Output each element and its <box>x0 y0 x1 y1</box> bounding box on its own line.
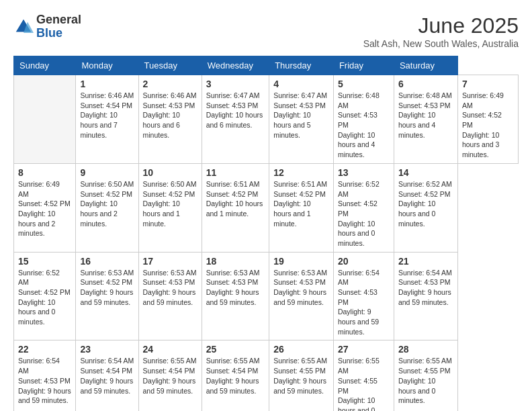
calendar-cell: 11Sunrise: 6:51 AMSunset: 4:52 PMDayligh… <box>202 163 269 252</box>
calendar-cell: 18Sunrise: 6:53 AMSunset: 4:53 PMDayligh… <box>202 252 269 340</box>
calendar-cell: 8Sunrise: 6:49 AMSunset: 4:52 PMDaylight… <box>14 163 76 252</box>
day-info: Sunrise: 6:54 AMSunset: 4:53 PMDaylight:… <box>18 356 71 405</box>
calendar-header-row: SundayMondayTuesdayWednesdayThursdayFrid… <box>14 56 519 75</box>
day-number: 15 <box>18 256 71 267</box>
calendar-cell: 14Sunrise: 6:52 AMSunset: 4:52 PMDayligh… <box>394 163 457 252</box>
day-info: Sunrise: 6:55 AMSunset: 4:54 PMDaylight:… <box>206 356 265 396</box>
day-info: Sunrise: 6:53 AMSunset: 4:53 PMDaylight:… <box>273 268 329 308</box>
calendar-header-monday: Monday <box>76 56 138 75</box>
day-info: Sunrise: 6:51 AMSunset: 4:52 PMDaylight:… <box>206 179 265 219</box>
calendar-cell: 21Sunrise: 6:54 AMSunset: 4:53 PMDayligh… <box>394 252 457 340</box>
day-info: Sunrise: 6:53 AMSunset: 4:52 PMDaylight:… <box>80 268 134 308</box>
day-number: 9 <box>80 167 134 178</box>
day-number: 1 <box>80 79 134 89</box>
calendar-cell: 6Sunrise: 6:48 AMSunset: 4:53 PMDaylight… <box>394 75 457 164</box>
calendar-cell: 17Sunrise: 6:53 AMSunset: 4:53 PMDayligh… <box>138 252 202 340</box>
calendar-cell: 2Sunrise: 6:46 AMSunset: 4:53 PMDaylight… <box>138 75 202 164</box>
calendar-cell: 5Sunrise: 6:48 AMSunset: 4:53 PMDaylight… <box>333 75 394 164</box>
month-title: June 2025 <box>363 13 519 38</box>
day-number: 17 <box>143 256 197 267</box>
day-info: Sunrise: 6:48 AMSunset: 4:53 PMDaylight:… <box>338 91 390 160</box>
day-number: 18 <box>206 256 265 267</box>
day-number: 8 <box>18 167 71 178</box>
day-number: 27 <box>338 344 390 355</box>
day-number: 12 <box>273 167 329 178</box>
calendar-cell: 25Sunrise: 6:55 AMSunset: 4:54 PMDayligh… <box>202 340 269 411</box>
title-block: June 2025 Salt Ash, New South Wales, Aus… <box>363 13 519 49</box>
day-number: 20 <box>338 256 390 267</box>
day-number: 25 <box>206 344 265 355</box>
calendar-cell: 4Sunrise: 6:47 AMSunset: 4:53 PMDaylight… <box>269 75 334 164</box>
day-info: Sunrise: 6:52 AMSunset: 4:52 PMDaylight:… <box>338 179 390 248</box>
calendar-cell: 24Sunrise: 6:55 AMSunset: 4:54 PMDayligh… <box>138 340 202 411</box>
calendar-header-friday: Friday <box>333 56 394 75</box>
day-info: Sunrise: 6:52 AMSunset: 4:52 PMDaylight:… <box>398 179 453 228</box>
day-info: Sunrise: 6:50 AMSunset: 4:52 PMDaylight:… <box>80 179 134 228</box>
week-row-2: 8Sunrise: 6:49 AMSunset: 4:52 PMDaylight… <box>14 163 519 252</box>
calendar-header-wednesday: Wednesday <box>202 56 269 75</box>
calendar-cell <box>14 75 76 164</box>
day-info: Sunrise: 6:49 AMSunset: 4:52 PMDaylight:… <box>462 91 514 160</box>
day-number: 11 <box>206 167 265 178</box>
calendar-header-tuesday: Tuesday <box>138 56 202 75</box>
calendar-header-saturday: Saturday <box>394 56 457 75</box>
day-info: Sunrise: 6:51 AMSunset: 4:52 PMDaylight:… <box>273 179 329 228</box>
day-info: Sunrise: 6:54 AMSunset: 4:53 PMDaylight:… <box>338 268 390 337</box>
day-info: Sunrise: 6:46 AMSunset: 4:54 PMDaylight:… <box>80 91 134 140</box>
week-row-3: 15Sunrise: 6:52 AMSunset: 4:52 PMDayligh… <box>14 252 519 340</box>
calendar-cell: 12Sunrise: 6:51 AMSunset: 4:52 PMDayligh… <box>269 163 334 252</box>
day-number: 21 <box>398 256 453 267</box>
calendar-cell: 13Sunrise: 6:52 AMSunset: 4:52 PMDayligh… <box>333 163 394 252</box>
day-info: Sunrise: 6:46 AMSunset: 4:53 PMDaylight:… <box>143 91 197 140</box>
day-number: 24 <box>143 344 197 355</box>
calendar-cell: 16Sunrise: 6:53 AMSunset: 4:52 PMDayligh… <box>76 252 138 340</box>
calendar-header-thursday: Thursday <box>269 56 334 75</box>
calendar-cell: 23Sunrise: 6:54 AMSunset: 4:54 PMDayligh… <box>76 340 138 411</box>
day-info: Sunrise: 6:47 AMSunset: 4:53 PMDaylight:… <box>206 91 265 130</box>
calendar-table: SundayMondayTuesdayWednesdayThursdayFrid… <box>13 56 519 411</box>
day-info: Sunrise: 6:54 AMSunset: 4:54 PMDaylight:… <box>80 356 134 396</box>
day-info: Sunrise: 6:47 AMSunset: 4:53 PMDaylight:… <box>273 91 329 140</box>
day-number: 14 <box>398 167 453 178</box>
day-info: Sunrise: 6:55 AMSunset: 4:55 PMDaylight:… <box>273 356 329 396</box>
day-number: 7 <box>462 79 514 89</box>
day-number: 26 <box>273 344 329 355</box>
calendar-cell: 9Sunrise: 6:50 AMSunset: 4:52 PMDaylight… <box>76 163 138 252</box>
day-info: Sunrise: 6:55 AMSunset: 4:55 PMDaylight:… <box>338 356 390 411</box>
calendar-cell: 15Sunrise: 6:52 AMSunset: 4:52 PMDayligh… <box>14 252 76 340</box>
calendar-cell: 20Sunrise: 6:54 AMSunset: 4:53 PMDayligh… <box>333 252 394 340</box>
day-info: Sunrise: 6:53 AMSunset: 4:53 PMDaylight:… <box>143 268 197 308</box>
day-info: Sunrise: 6:48 AMSunset: 4:53 PMDaylight:… <box>398 91 453 140</box>
calendar-cell: 19Sunrise: 6:53 AMSunset: 4:53 PMDayligh… <box>269 252 334 340</box>
day-number: 16 <box>80 256 134 267</box>
day-number: 19 <box>273 256 329 267</box>
calendar-cell: 28Sunrise: 6:55 AMSunset: 4:55 PMDayligh… <box>394 340 457 411</box>
calendar-cell: 1Sunrise: 6:46 AMSunset: 4:54 PMDaylight… <box>76 75 138 164</box>
day-info: Sunrise: 6:52 AMSunset: 4:52 PMDaylight:… <box>18 268 71 327</box>
day-info: Sunrise: 6:55 AMSunset: 4:54 PMDaylight:… <box>143 356 197 396</box>
day-info: Sunrise: 6:53 AMSunset: 4:53 PMDaylight:… <box>206 268 265 308</box>
calendar-cell: 22Sunrise: 6:54 AMSunset: 4:53 PMDayligh… <box>14 340 76 411</box>
day-number: 6 <box>398 79 453 89</box>
page-header: General Blue June 2025 Salt Ash, New Sou… <box>13 13 519 49</box>
day-info: Sunrise: 6:55 AMSunset: 4:55 PMDaylight:… <box>398 356 453 405</box>
calendar-header-sunday: Sunday <box>14 56 76 75</box>
calendar-cell: 27Sunrise: 6:55 AMSunset: 4:55 PMDayligh… <box>333 340 394 411</box>
day-number: 22 <box>18 344 71 355</box>
calendar-cell: 7Sunrise: 6:49 AMSunset: 4:52 PMDaylight… <box>457 75 518 164</box>
day-number: 2 <box>143 79 197 89</box>
day-number: 13 <box>338 167 390 178</box>
logo-blue-text: Blue <box>36 27 81 40</box>
logo-general-text: General <box>36 13 81 27</box>
day-info: Sunrise: 6:54 AMSunset: 4:53 PMDaylight:… <box>398 268 453 308</box>
logo-icon <box>13 17 34 37</box>
day-number: 4 <box>273 79 329 89</box>
week-row-1: 1Sunrise: 6:46 AMSunset: 4:54 PMDaylight… <box>14 75 519 164</box>
day-number: 10 <box>143 167 197 178</box>
day-number: 3 <box>206 79 265 89</box>
week-row-4: 22Sunrise: 6:54 AMSunset: 4:53 PMDayligh… <box>14 340 519 411</box>
day-number: 23 <box>80 344 134 355</box>
day-number: 28 <box>398 344 453 355</box>
calendar-cell: 26Sunrise: 6:55 AMSunset: 4:55 PMDayligh… <box>269 340 334 411</box>
calendar-cell: 10Sunrise: 6:50 AMSunset: 4:52 PMDayligh… <box>138 163 202 252</box>
